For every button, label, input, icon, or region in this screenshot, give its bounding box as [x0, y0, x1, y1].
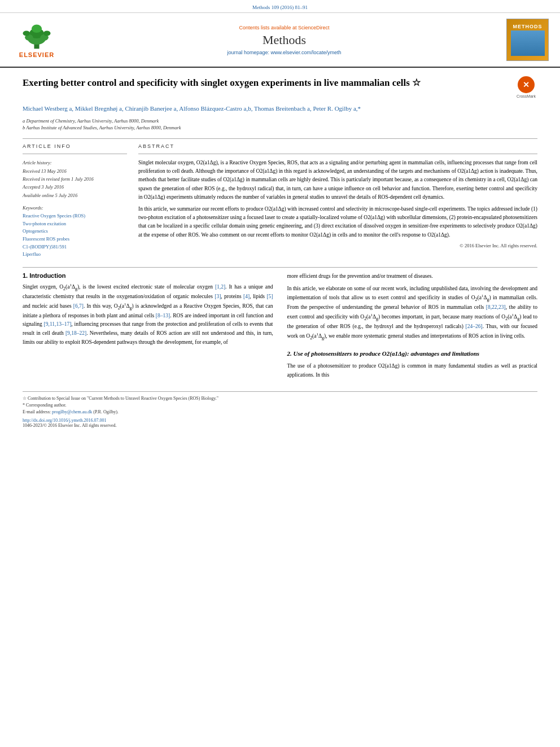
- abstract-heading: ABSTRACT: [138, 143, 537, 149]
- divider-line: [23, 138, 537, 139]
- footnote-corresponding: * Corresponding author.: [23, 402, 537, 409]
- section2-heading: 2. Use of photosensitizers to produce O2…: [287, 348, 538, 359]
- footnotes-area: ☆ Contribution to Special Issue on "Curr…: [23, 391, 537, 428]
- intro-heading: 1. Introduction: [23, 272, 273, 279]
- available-date: Available online 5 July 2016: [23, 191, 127, 199]
- cover-title: METHODS: [513, 24, 542, 29]
- journal-cover-image: METHODS: [506, 19, 549, 61]
- journal-center: Contents lists available at ScienceDirec…: [62, 25, 506, 55]
- contents-available: Contents lists available at ScienceDirec…: [62, 25, 506, 30]
- email-label: E-mail address:: [23, 409, 51, 414]
- ref-9-11-13-17[interactable]: [9,11,13–17]: [44, 321, 72, 327]
- ref-3[interactable]: [3]: [215, 294, 221, 299]
- sciencedirect-link-text[interactable]: ScienceDirect: [298, 25, 330, 30]
- article-history: Article history: Received 13 May 2016 Re…: [23, 159, 127, 199]
- ref-8-13[interactable]: [8–13]: [156, 313, 170, 318]
- keyword-3: Optogenetics: [23, 228, 127, 235]
- main-col-left: 1. Introduction Singlet oxygen, O2(a1Δg)…: [23, 272, 273, 383]
- authors-line: Michael Westberg a, Mikkel Bregnhøj a, C…: [23, 104, 537, 114]
- ref-1-2[interactable]: [1,2]: [215, 284, 225, 290]
- revised-date: Received in revised form 1 July 2016: [23, 175, 127, 183]
- keywords-section: Keywords: Reactive Oxygen Species (ROS) …: [23, 205, 127, 259]
- copyright-line: © 2016 Elsevier Inc. All rights reserved…: [138, 243, 537, 248]
- article-info-divider: [23, 154, 127, 154]
- intro-col2-p1: more efficient drugs for the prevention …: [287, 272, 538, 281]
- article-info-heading: ARTICLE INFO: [23, 143, 127, 149]
- footnote-star: ☆ Contribution to Special Issue on "Curr…: [23, 395, 537, 402]
- keyword-6: Liperfluo: [23, 251, 127, 259]
- authors-text: Michael Westberg a, Mikkel Bregnhøj a, C…: [23, 105, 361, 112]
- intro-p1: Singlet oxygen, O2(a1Δg), is the lowest …: [23, 282, 273, 347]
- elsevier-tree-icon: [17, 22, 56, 50]
- intro-col2-p2: In this article, we elaborate on some of…: [287, 285, 538, 342]
- keywords-title: Keywords:: [23, 205, 127, 211]
- affiliation-b: b Aarhus Institute of Advanced Studies, …: [23, 124, 537, 132]
- doi-link[interactable]: http://dx.doi.org/10.1016/j.ymeth.2016.0…: [23, 418, 537, 423]
- svg-point-3: [32, 24, 42, 33]
- article-body: Exerting better control and specificity …: [0, 68, 560, 436]
- history-label: Article history:: [23, 159, 127, 167]
- main-col-right: more efficient drugs for the prevention …: [287, 272, 538, 383]
- journal-reference: Methods 109 (2016) 81–91: [252, 5, 308, 10]
- crossmark-label: CrossMark: [517, 94, 536, 98]
- elsevier-logo: ELSEVIER: [11, 22, 62, 58]
- ref-6-7[interactable]: [6,7]: [73, 303, 84, 309]
- keyword-4: Fluorescent ROS probes: [23, 235, 127, 243]
- issn-text: 1046-2023/© 2016 Elsevier Inc. All right…: [23, 423, 537, 428]
- keyword-2: Two-photon excitation: [23, 220, 127, 228]
- affiliation-a: a Department of Chemistry, Aarhus Univer…: [23, 117, 537, 125]
- ref-4[interactable]: [4]: [243, 294, 250, 299]
- accepted-date: Accepted 3 July 2016: [23, 183, 127, 191]
- journal-reference-bar: Methods 109 (2016) 81–91: [0, 0, 560, 13]
- footnote-email: E-mail address: progilby@chem.au.dk (P.R…: [23, 409, 537, 416]
- abstract-text: Singlet molecular oxygen, O2(a1Δg), is a…: [138, 159, 537, 239]
- elsevier-brand: ELSEVIER: [19, 51, 54, 58]
- article-info-column: ARTICLE INFO Article history: Received 1…: [23, 143, 127, 259]
- journal-header: ELSEVIER Contents lists available at Sci…: [0, 13, 560, 68]
- article-title: Exerting better control and specificity …: [23, 76, 506, 90]
- svg-point-6: [23, 30, 30, 36]
- intro-text-col1: Singlet oxygen, O2(a1Δg), is the lowest …: [23, 282, 273, 347]
- abstract-p2: In this article, we summarize our recent…: [138, 205, 537, 239]
- article-title-section: Exerting better control and specificity …: [23, 76, 537, 98]
- abstract-column: ABSTRACT Singlet molecular oxygen, O2(a1…: [138, 143, 537, 259]
- email-suffix: (P.R. Ogilby).: [93, 409, 118, 414]
- crossmark-icon[interactable]: ✕: [518, 76, 535, 93]
- ref-8-22-23[interactable]: [8,22,23]: [486, 304, 506, 310]
- crossmark-widget[interactable]: ✕ CrossMark: [515, 76, 537, 98]
- intro-text-col2: more efficient drugs for the prevention …: [287, 272, 538, 380]
- ref-9-18-22[interactable]: [9,18–22]: [65, 330, 86, 336]
- affiliations: a Department of Chemistry, Aarhus Univer…: [23, 117, 537, 132]
- ref-24-26[interactable]: [24–26]: [466, 324, 483, 329]
- main-divider: [23, 267, 537, 268]
- received-date: Received 13 May 2016: [23, 167, 127, 175]
- section2-text: The use of a photosensitizer to produce …: [287, 362, 538, 379]
- keyword-1: Reactive Oxygen Species (ROS): [23, 212, 127, 220]
- article-info-abstract-section: ARTICLE INFO Article history: Received 1…: [23, 143, 537, 259]
- abstract-divider: [138, 154, 537, 154]
- abstract-p1: Singlet molecular oxygen, O2(a1Δg), is a…: [138, 159, 537, 202]
- keyword-5: C1-(BODIPY)581/591: [23, 243, 127, 251]
- ref-5[interactable]: [5]: [266, 294, 273, 299]
- journal-homepage[interactable]: journal homepage: www.elsevier.com/locat…: [62, 50, 506, 55]
- main-body-section: 1. Introduction Singlet oxygen, O2(a1Δg)…: [23, 272, 537, 383]
- cover-thumbnail: [511, 30, 545, 56]
- svg-point-7: [43, 30, 51, 36]
- journal-title: Methods: [62, 33, 506, 47]
- page: Methods 109 (2016) 81–91 ELSEVIER Conten…: [0, 0, 560, 747]
- email-link[interactable]: progilby@chem.au.dk: [52, 409, 92, 414]
